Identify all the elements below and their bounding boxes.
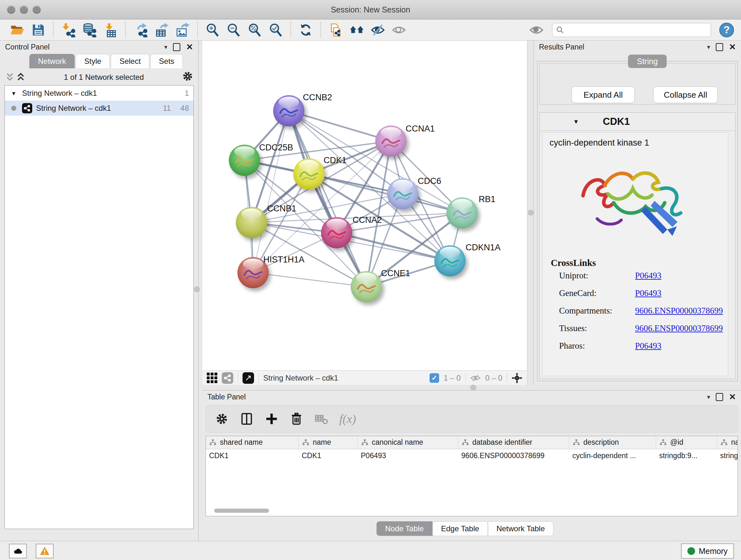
zoom-in-button[interactable] (202, 21, 223, 39)
zoom-out-button[interactable] (223, 21, 244, 39)
tab-network[interactable]: Network (29, 54, 75, 68)
tab-edge-table[interactable]: Edge Table (432, 521, 488, 536)
network-canvas[interactable]: CCNB2CCNA1CDC25BCDK1CDC6RB1CCNB1CCNA2CDK… (202, 41, 527, 370)
string-badge-icon[interactable] (222, 372, 233, 384)
table-cell[interactable]: CDK1 (299, 449, 358, 462)
table-float-menu-icon[interactable]: ▾ (707, 393, 711, 401)
crosslink-link[interactable]: 9606.ENSP00000378699 (635, 306, 723, 316)
column-header-description[interactable]: description (569, 436, 656, 449)
window-close-icon[interactable] (7, 5, 15, 14)
column-header--id[interactable]: @id (656, 436, 717, 449)
show-glass-button[interactable] (388, 21, 409, 39)
collapse-triangle-icon[interactable]: ▾ (571, 118, 581, 126)
window-minimize-icon[interactable] (20, 5, 28, 14)
table-cell[interactable]: 9606.ENSP00000378699 (458, 449, 569, 462)
network-tree-row[interactable]: String Network – cdk11148 (5, 101, 193, 116)
results-close-icon[interactable]: ✕ (729, 42, 736, 52)
network-options-gear-icon[interactable] (182, 70, 194, 84)
vertical-splitter[interactable] (527, 41, 534, 385)
refresh-layout-button[interactable] (295, 21, 316, 39)
tab-network-table[interactable]: Network Table (488, 521, 554, 536)
tab-string[interactable]: String (628, 55, 667, 68)
collapse-all-button[interactable]: Collapse All (653, 86, 718, 103)
table-cell[interactable]: stringdb (717, 449, 738, 462)
panel-float-menu-icon[interactable]: ▾ (164, 44, 167, 51)
help-button[interactable]: ? (719, 23, 734, 37)
eye-icon[interactable] (529, 23, 544, 37)
expand-all-icon[interactable] (15, 72, 26, 83)
node-table[interactable]: shared namenamecanonical namedatabase id… (205, 436, 738, 516)
tab-sets[interactable]: Sets (150, 54, 183, 68)
table-options-gear-icon[interactable] (215, 412, 229, 426)
column-header-name[interactable]: name (299, 436, 358, 449)
gene-section-header[interactable]: ▾ CDK1 (540, 113, 735, 131)
zoom-selected-button[interactable] (265, 21, 286, 39)
warnings-button[interactable] (36, 544, 54, 558)
collapse-triangle-icon[interactable]: ▾ (9, 89, 18, 97)
string-home-button[interactable] (346, 21, 367, 39)
table-row[interactable]: CDK1CDK1P064939606.ENSP00000378699cyclin… (206, 449, 738, 462)
table-cell[interactable]: CDK1 (206, 449, 299, 462)
import-database-button[interactable] (79, 21, 100, 39)
tab-select[interactable]: Select (111, 54, 149, 68)
table-cell[interactable]: P06493 (358, 449, 458, 462)
export-network-button[interactable] (130, 21, 151, 39)
column-header-shared-name[interactable]: shared name (206, 436, 299, 449)
results-float-icon[interactable] (716, 43, 723, 51)
tab-node-table[interactable]: Node Table (377, 521, 432, 536)
node-CDK1[interactable] (293, 159, 325, 190)
detach-view-icon[interactable]: ↗ (243, 372, 254, 384)
export-table-button[interactable] (151, 21, 172, 39)
window-zoom-icon[interactable] (32, 5, 41, 14)
tab-style[interactable]: Style (76, 54, 110, 68)
table-float-icon[interactable] (716, 393, 723, 401)
node-RB1[interactable] (447, 197, 478, 229)
panel-float-icon[interactable] (173, 43, 180, 51)
results-float-menu-icon[interactable]: ▾ (707, 44, 711, 51)
delete-column-trash-icon[interactable] (289, 412, 304, 426)
node-CDKN1A[interactable] (434, 245, 466, 276)
table-horizontal-scrollbar[interactable] (214, 509, 269, 513)
node-CDC6[interactable] (387, 178, 418, 209)
node-CCNE1[interactable] (351, 271, 382, 302)
grid-view-icon[interactable] (207, 373, 217, 383)
selected-checkbox-icon[interactable]: ✓ (429, 373, 439, 383)
collapse-all-icon[interactable] (4, 72, 15, 83)
crosslink-link[interactable]: P06493 (635, 288, 662, 298)
node-CCNA1[interactable] (375, 125, 407, 157)
search-input[interactable] (564, 24, 711, 36)
panel-close-icon[interactable]: ✕ (186, 42, 193, 52)
table-cell[interactable]: stringdb:9... (656, 449, 717, 462)
import-table-button[interactable] (100, 21, 121, 39)
column-header-canonical-name[interactable]: canonical name (358, 436, 458, 449)
zoom-fit-button[interactable] (244, 21, 265, 39)
edge-CCNE1-HIST1H1A[interactable] (253, 273, 366, 287)
node-CCNB1[interactable] (236, 207, 267, 238)
clone-network-button[interactable] (325, 21, 346, 39)
network-tree-row[interactable]: ▾String Network – cdk11 (5, 85, 193, 101)
crosslink-link[interactable]: P06493 (635, 271, 662, 281)
table-cell[interactable]: cyclin-dependent ... (569, 449, 656, 462)
column-header-database-identifier[interactable]: database identifier (458, 436, 569, 449)
node-CCNB2[interactable] (273, 95, 305, 126)
export-image-button[interactable] (172, 21, 193, 39)
crosslink-link[interactable]: 9606.ENSP00000378699 (635, 323, 723, 333)
crosslink-link[interactable]: P06493 (635, 341, 662, 351)
node-CDC25B[interactable] (229, 145, 260, 176)
import-network-button[interactable] (58, 21, 79, 39)
hide-glass-button[interactable] (367, 21, 388, 39)
save-session-button[interactable] (28, 21, 49, 39)
open-session-button[interactable] (7, 21, 28, 39)
left-splitter-knob[interactable] (194, 287, 200, 292)
column-header-namespace[interactable]: namespace (717, 436, 738, 449)
cloud-button[interactable] (9, 544, 27, 558)
show-columns-icon[interactable] (240, 412, 254, 426)
memory-button[interactable]: Memory (681, 543, 734, 559)
horizontal-splitter[interactable] (202, 385, 741, 390)
node-CCNA2[interactable] (321, 217, 352, 248)
add-column-icon[interactable] (265, 412, 279, 426)
expand-all-button[interactable]: Expand All (571, 86, 635, 103)
search-box[interactable] (552, 23, 711, 37)
table-close-icon[interactable]: ✕ (729, 392, 736, 402)
pan-crosshair-icon[interactable] (512, 373, 522, 383)
